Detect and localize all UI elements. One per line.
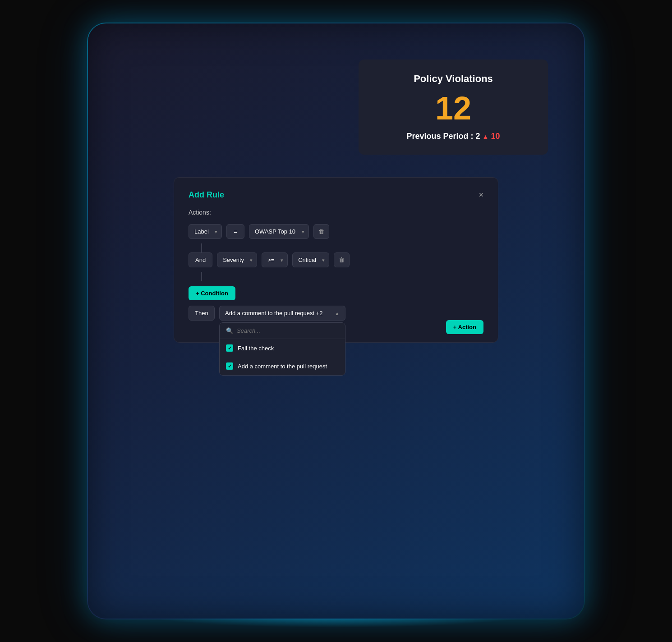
connector-line-2 <box>201 272 202 281</box>
owasp-select[interactable]: OWASP Top 10 <box>249 224 309 239</box>
action-dropdown-menu: 🔍 Fail the check Add a comment to the pu… <box>219 322 345 376</box>
dropdown-search-area: 🔍 <box>220 323 345 339</box>
trend-arrow-icon: ▲ <box>483 133 489 140</box>
then-row: Then Add a comment to the pull request +… <box>189 306 483 321</box>
dropdown-search-input[interactable] <box>237 327 339 334</box>
modal-close-button[interactable]: × <box>479 190 483 200</box>
modal-title: Add Rule <box>189 190 224 200</box>
chevron-up-icon: ▲ <box>335 311 340 316</box>
owasp-select-wrapper: OWASP Top 10 <box>249 224 309 239</box>
then-label: Then <box>189 306 215 321</box>
critical-select[interactable]: Critical <box>292 252 329 267</box>
critical-select-wrapper: Critical <box>292 252 329 267</box>
add-comment-checkbox[interactable] <box>226 362 233 370</box>
delete-rule1-button[interactable]: 🗑 <box>313 224 329 239</box>
then-section: Then Add a comment to the pull request +… <box>189 306 483 330</box>
add-rule-modal: Add Rule × Actions: Label = OWASP Top 10… <box>174 177 498 343</box>
actions-section-label: Actions: <box>189 209 483 216</box>
fail-check-label: Fail the check <box>238 345 274 352</box>
rule-row-2: And Severity >= Critical 🗑 <box>189 252 483 267</box>
add-action-button[interactable]: + Action <box>446 320 483 334</box>
equals-operator: = <box>226 224 244 239</box>
rule-row-1: Label = OWASP Top 10 🗑 <box>189 224 483 239</box>
violations-card: Policy Violations 12 Previous Period : 2… <box>359 60 548 155</box>
label-select-wrapper: Label <box>189 224 222 239</box>
dropdown-item-fail-check[interactable]: Fail the check <box>220 339 345 357</box>
gte-operator-wrapper: >= <box>262 252 288 267</box>
dropdown-item-add-comment[interactable]: Add a comment to the pull request <box>220 357 345 375</box>
device-frame: Policy Violations 12 Previous Period : 2… <box>88 23 584 619</box>
previous-increase-number: 10 <box>491 132 500 141</box>
rule-row-1-container: Label = OWASP Top 10 🗑 <box>189 224 483 239</box>
add-comment-label: Add a comment to the pull request <box>238 363 327 370</box>
add-condition-button[interactable]: + Condition <box>189 286 235 300</box>
gte-operator-select[interactable]: >= <box>262 252 288 267</box>
violations-number: 12 <box>386 92 521 124</box>
violations-previous: Previous Period : 2 ▲ 10 <box>386 132 521 141</box>
search-icon: 🔍 <box>226 327 233 334</box>
previous-period-label: Previous Period : 2 <box>407 132 480 141</box>
delete-rule2-button[interactable]: 🗑 <box>334 252 350 267</box>
violations-title: Policy Violations <box>386 73 521 85</box>
label-select[interactable]: Label <box>189 224 222 239</box>
severity-select[interactable]: Severity <box>217 252 257 267</box>
severity-select-wrapper: Severity <box>217 252 257 267</box>
modal-header: Add Rule × <box>189 190 483 200</box>
action-dropdown-trigger[interactable]: Add a comment to the pull request +2 ▲ <box>219 306 345 321</box>
connector-line-1 <box>201 243 202 252</box>
action-dropdown-container: Add a comment to the pull request +2 ▲ 🔍… <box>219 306 345 321</box>
action-dropdown-value: Add a comment to the pull request +2 <box>225 310 322 316</box>
fail-check-checkbox[interactable] <box>226 344 233 352</box>
and-label: And <box>189 252 212 267</box>
